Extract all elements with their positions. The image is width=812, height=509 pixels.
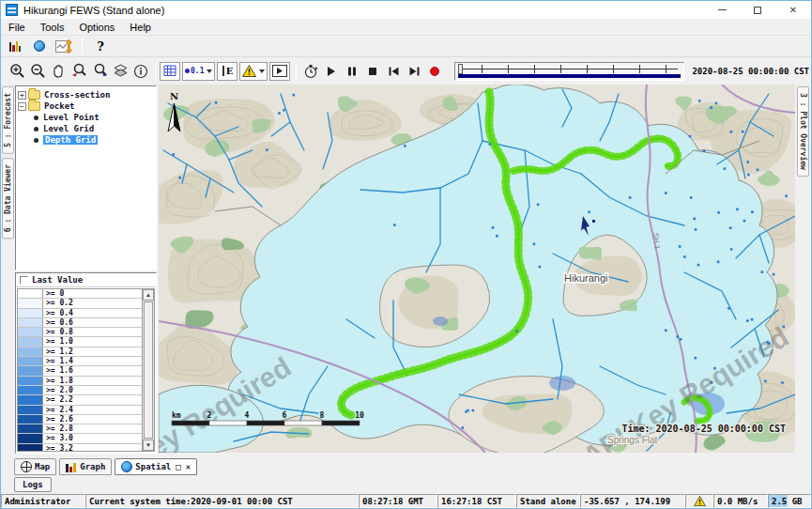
timeseries-icon[interactable] bbox=[54, 37, 74, 55]
tab-map[interactable]: Map bbox=[14, 458, 56, 475]
time-slider-handle[interactable] bbox=[458, 64, 463, 74]
toolbar-separator bbox=[82, 39, 83, 54]
zoom-next-icon[interactable] bbox=[89, 62, 110, 81]
tree-node-cross-section[interactable]: + Cross-section bbox=[18, 89, 154, 100]
map-view[interactable]: SH 1 API Key Required API Key Required bbox=[159, 85, 795, 455]
expand-icon[interactable]: + bbox=[18, 91, 26, 100]
tab-spatial[interactable]: Spatial □ ✕ bbox=[115, 458, 197, 475]
tab-graph[interactable]: Graph bbox=[59, 458, 112, 475]
tree-node-label-selected: Depth Grid bbox=[43, 135, 98, 145]
bullet-icon bbox=[34, 116, 38, 120]
menu-help[interactable]: Help bbox=[122, 22, 159, 33]
legend-swatch bbox=[18, 289, 42, 298]
legend-row[interactable]: >= 0.2 bbox=[18, 299, 142, 308]
time-tick bbox=[666, 65, 666, 73]
legend-row[interactable]: >= 1.6 bbox=[18, 366, 142, 376]
legend-row[interactable]: >= 1.8 bbox=[18, 377, 142, 386]
time-slider[interactable] bbox=[454, 62, 684, 81]
legend-row[interactable]: >= 2.0 bbox=[18, 386, 142, 395]
warning-dropdown[interactable] bbox=[239, 62, 268, 81]
maximize-button[interactable] bbox=[740, 1, 775, 19]
scalebar-label: 6 bbox=[283, 411, 287, 420]
right-tab-strip: 3 : Plot Overview bbox=[795, 85, 811, 455]
collapse-icon[interactable]: − bbox=[18, 102, 26, 111]
tree-node-level-grid[interactable]: Level Grid bbox=[31, 123, 154, 134]
last-value-checkbox[interactable] bbox=[20, 276, 28, 285]
legend-row[interactable]: >= 2.6 bbox=[18, 415, 142, 424]
tree-node-level-point[interactable]: Level Point bbox=[31, 112, 154, 123]
map-display-icon[interactable] bbox=[29, 37, 50, 55]
zoom-previous-icon[interactable] bbox=[69, 62, 89, 81]
status-local-time: 16:27:18 CST bbox=[437, 494, 516, 508]
help-button[interactable]: ? bbox=[90, 37, 111, 55]
main-toolbar: ? bbox=[1, 36, 811, 57]
north-label: N bbox=[170, 91, 178, 101]
legend-row[interactable]: >= 0.6 bbox=[18, 318, 142, 328]
legend-label: >= 1.0 bbox=[42, 337, 142, 346]
record-button[interactable] bbox=[424, 62, 445, 81]
status-coordinates: -35.657 , 174.199 bbox=[580, 494, 685, 508]
tab-graph-label: Graph bbox=[80, 462, 105, 471]
legend-label: >= 0.6 bbox=[42, 318, 142, 327]
maximize-icon bbox=[754, 7, 761, 14]
legend-row[interactable]: >= 3.2 bbox=[18, 444, 142, 451]
database-icon[interactable] bbox=[5, 37, 25, 55]
legend-swatch bbox=[18, 424, 42, 433]
tree-node-label: Pocket bbox=[44, 101, 75, 111]
minimize-button[interactable] bbox=[704, 1, 740, 19]
close-tab-icon[interactable]: ✕ bbox=[186, 462, 191, 471]
legend-row[interactable]: >= 2.4 bbox=[18, 406, 142, 415]
stop-button[interactable] bbox=[362, 62, 383, 81]
play-button[interactable] bbox=[321, 62, 342, 81]
tab-plot-overview[interactable]: 3 : Plot Overview bbox=[797, 86, 809, 177]
layers-icon[interactable] bbox=[110, 62, 130, 81]
legend-row[interactable]: >= 1.2 bbox=[18, 347, 142, 357]
legend-rows: >= 0>= 0.2>= 0.4>= 0.6>= 0.8>= 1.0>= 1.2… bbox=[18, 289, 142, 451]
threshold-dropdown[interactable]: 0.1 bbox=[182, 62, 215, 81]
legend-row[interactable]: >= 1.0 bbox=[18, 337, 142, 347]
tree-node-pocket[interactable]: − Pocket bbox=[18, 100, 154, 112]
status-warning-cell[interactable] bbox=[685, 494, 713, 508]
menu-file[interactable]: File bbox=[1, 22, 33, 33]
scrollbar-thumb[interactable] bbox=[144, 301, 153, 439]
close-button[interactable]: ✕ bbox=[775, 1, 811, 19]
legend-row[interactable]: >= 0.8 bbox=[18, 328, 142, 337]
legend-scrollbar[interactable]: ▲ ▼ bbox=[142, 289, 154, 451]
left-tab-strip: 5 : Forecast 6 : Data Viewer bbox=[1, 85, 15, 455]
scroll-up-icon[interactable]: ▲ bbox=[143, 289, 154, 301]
menu-tools[interactable]: Tools bbox=[33, 22, 72, 33]
scroll-down-icon[interactable]: ▼ bbox=[143, 440, 154, 451]
tab-spatial-label: Spatial bbox=[135, 462, 171, 471]
animation-panel-icon[interactable] bbox=[269, 62, 290, 81]
time-tick bbox=[587, 65, 588, 73]
pause-button[interactable] bbox=[342, 62, 362, 81]
tab-data-viewer[interactable]: 6 : Data Viewer bbox=[2, 158, 14, 239]
pan-hand-icon[interactable] bbox=[48, 62, 69, 81]
legend-row[interactable]: >= 2.2 bbox=[18, 395, 142, 405]
legend-row[interactable]: >= 0.4 bbox=[18, 309, 142, 318]
menu-options[interactable]: Options bbox=[71, 22, 122, 33]
time-tick bbox=[482, 65, 483, 73]
legend-row[interactable]: >= 3.0 bbox=[18, 434, 142, 443]
logs-button[interactable]: Logs bbox=[14, 477, 52, 492]
close-icon: ✕ bbox=[789, 5, 797, 15]
tab-forecast[interactable]: 5 : Forecast bbox=[2, 86, 14, 154]
zoom-out-icon[interactable] bbox=[27, 62, 48, 81]
map-canvas[interactable]: SH 1 API Key Required API Key Required bbox=[159, 85, 795, 453]
undock-icon[interactable]: □ bbox=[176, 462, 180, 471]
legend-swatch bbox=[18, 386, 42, 394]
skip-to-start-button[interactable] bbox=[383, 62, 404, 81]
animation-timer-icon[interactable] bbox=[300, 62, 321, 81]
scalebar-label: 8 bbox=[320, 411, 325, 420]
info-icon[interactable] bbox=[130, 62, 151, 81]
legend-swatch bbox=[18, 434, 42, 442]
skip-to-end-button[interactable] bbox=[404, 62, 424, 81]
zoom-in-icon[interactable] bbox=[7, 62, 27, 81]
last-value-row[interactable]: Last Value bbox=[16, 273, 156, 287]
legend-row[interactable]: >= 2.8 bbox=[18, 424, 142, 434]
tree-node-depth-grid[interactable]: Depth Grid bbox=[31, 134, 154, 146]
scale-ruler-icon[interactable]: E bbox=[217, 62, 237, 81]
legend-row[interactable]: >= 0 bbox=[18, 289, 142, 299]
grid-layer-icon[interactable] bbox=[160, 62, 180, 81]
legend-row[interactable]: >= 1.4 bbox=[18, 357, 142, 366]
